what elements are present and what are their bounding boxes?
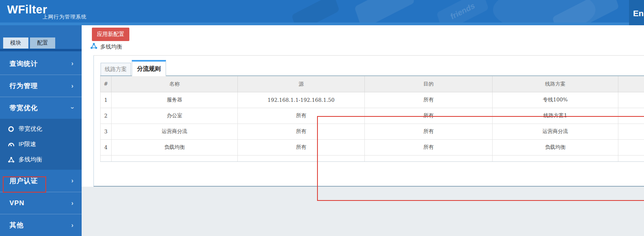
cell-spacer [618, 92, 644, 108]
sidebar-item-behavior-mgmt[interactable]: 行为管理 › [0, 75, 82, 97]
cell-index: 2 [101, 108, 112, 124]
sidebar-tab-bar: 模块 配置 [3, 37, 55, 49]
tab-split-rules[interactable]: 分流规则 [132, 60, 166, 76]
split-rules-table: # 名称 源 目的 线路方案 1 服务器 192.168.1.1-192.168… [100, 75, 644, 162]
header-accent-strip [0, 22, 644, 25]
submenu-item-ip-limit[interactable]: IP限速 [0, 137, 82, 152]
table-row[interactable]: 4 负载均衡 所有 所有 负载均衡 [101, 139, 644, 155]
menu-label: 用户认证 [9, 176, 38, 185]
sidebar-tab-label: 模块 [10, 39, 21, 47]
sidebar-menu: 查询统计 › 行为管理 › 带宽优化 › 带宽优化 [0, 52, 82, 236]
table-row[interactable]: 1 服务器 192.168.1.1-192.168.1.50 所有 专线100% [101, 92, 644, 108]
cell-plan: 专线100% [493, 92, 618, 108]
col-header-dest: 目的 [365, 76, 493, 92]
keyboard-key-friends: friends [437, 0, 489, 22]
tab-label: 分流规则 [137, 65, 161, 73]
breadcrumb-label: 多线均衡 [100, 43, 122, 51]
menu-label: 查询统计 [9, 59, 38, 68]
keyboard-key-decoration [354, 0, 414, 22]
col-header-spacer [618, 76, 644, 92]
table-row[interactable]: 3 运营商分流 所有 所有 运营商分流 [101, 124, 644, 139]
cell-spacer [618, 139, 644, 155]
table-header-row: # 名称 源 目的 线路方案 [101, 76, 644, 92]
submenu-item-multiline-balance[interactable]: 多线均衡 [0, 152, 82, 167]
ring-icon [7, 125, 15, 133]
menu-label: 其他 [9, 221, 24, 230]
network-icon [90, 43, 97, 51]
sidebar-item-vpn[interactable]: VPN › [0, 192, 82, 214]
cell-source: 192.168.1.1-192.168.1.50 [238, 92, 365, 108]
app-logo-subtitle: 上网行为管理系统 [43, 13, 87, 21]
col-header-name: 名称 [112, 76, 238, 92]
tab-line-plans[interactable]: 线路方案 [101, 63, 131, 76]
chevron-right-icon: › [71, 82, 74, 90]
apply-config-button[interactable]: 应用新配置 [92, 28, 129, 41]
app-header: friends WFilter 上网行为管理系统 [0, 0, 644, 22]
sidebar-tab-label: 配置 [37, 39, 48, 47]
sidebar-submenu-bandwidth: 带宽优化 IP限速 [0, 119, 82, 170]
menu-label: VPN [9, 199, 24, 207]
col-header-plan: 线路方案 [493, 76, 618, 92]
sidebar: 模块 配置 查询统计 › 行为管理 › 带宽优化 › 带宽优化 [0, 25, 82, 236]
cell-name: 负载均衡 [112, 139, 238, 155]
chevron-right-icon: › [71, 60, 74, 67]
cell-index: 1 [101, 92, 112, 108]
sidebar-item-query-stats[interactable]: 查询统计 › [0, 52, 82, 75]
language-label: En [633, 9, 644, 18]
keyboard-word: friends [450, 1, 476, 21]
table-row[interactable]: 2 办公室 所有 所有 线路方案1 [101, 108, 644, 124]
cell-dest: 所有 [365, 139, 493, 155]
submenu-label: 多线均衡 [19, 156, 42, 163]
cell-source: 所有 [238, 124, 365, 139]
main-content: 应用新配置 多线均衡 线路方案 分流规则 [82, 25, 644, 236]
sidebar-item-other[interactable]: 其他 › [0, 214, 82, 236]
menu-label: 行为管理 [9, 81, 38, 90]
cell-name: 运营商分流 [112, 124, 238, 139]
app-logo: WFilter [7, 3, 47, 16]
cell-dest: 所有 [365, 124, 493, 139]
page-background [82, 187, 644, 236]
chevron-down-icon: › [69, 107, 76, 109]
cell-name: 服务器 [112, 92, 238, 108]
breadcrumb: 多线均衡 [90, 43, 122, 51]
col-header-source: 源 [238, 76, 365, 92]
cell-source: 所有 [238, 139, 365, 155]
cell-spacer [618, 124, 644, 139]
cell-source: 所有 [238, 108, 365, 124]
submenu-label: 带宽优化 [19, 125, 42, 133]
sidebar-tab-underline [0, 49, 82, 51]
cell-index: 4 [101, 139, 112, 155]
chevron-right-icon: › [71, 200, 74, 207]
cell-plan: 负载均衡 [493, 139, 618, 155]
keyboard-key-decoration [291, 0, 340, 22]
cell-dest: 所有 [365, 108, 493, 124]
sidebar-tab-config[interactable]: 配置 [30, 37, 55, 49]
cell-spacer [618, 108, 644, 124]
menu-label: 带宽优化 [9, 103, 38, 112]
sidebar-item-user-auth[interactable]: 用户认证 › [0, 170, 82, 192]
cell-name: 办公室 [112, 108, 238, 124]
cell-index: 3 [101, 124, 112, 139]
language-selector[interactable]: En [629, 0, 644, 25]
cell-dest: 所有 [365, 92, 493, 108]
col-header-index: # [101, 76, 112, 92]
panel-tab-bar: 线路方案 分流规则 [94, 56, 644, 76]
chevron-right-icon: › [71, 177, 74, 184]
network-icon [7, 156, 15, 164]
cell-plan: 运营商分流 [493, 124, 618, 139]
submenu-label: IP限速 [19, 140, 36, 148]
tab-label: 线路方案 [105, 66, 127, 73]
submenu-item-bandwidth-opt[interactable]: 带宽优化 [0, 121, 82, 137]
config-panel: 线路方案 分流规则 # 名称 源 目的 线路方案 [93, 55, 644, 187]
table-footer-strip [101, 155, 644, 161]
cell-plan: 线路方案1 [493, 108, 618, 124]
gauge-icon [7, 140, 15, 148]
sidebar-item-bandwidth-opt[interactable]: 带宽优化 › [0, 97, 82, 119]
chevron-right-icon: › [71, 222, 74, 229]
sidebar-tab-modules[interactable]: 模块 [3, 37, 28, 49]
